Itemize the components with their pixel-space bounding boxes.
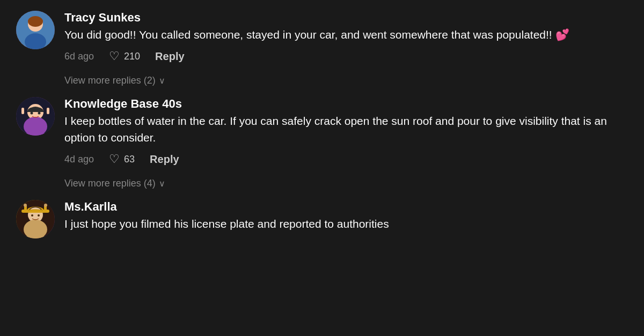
like-count-tracy: 210 [124, 51, 140, 62]
comment-time-tracy: 6d ago [64, 51, 94, 62]
svg-point-9 [31, 112, 33, 115]
svg-point-16 [31, 214, 33, 216]
heart-icon-tracy[interactable]: ♡ [109, 49, 120, 63]
heart-icon-kb40s[interactable]: ♡ [109, 152, 120, 166]
comment-text-karlla: I just hope you filmed his license plate… [64, 216, 628, 232]
heart-emoji: 💕 [555, 28, 569, 41]
svg-point-10 [38, 112, 41, 115]
svg-rect-11 [21, 108, 24, 114]
comment-karlla: Ms.Karlla I just hope you filmed his lic… [16, 200, 628, 238]
view-more-label-kb40s: View more replies (4) [64, 178, 156, 189]
comment-tracy: Tracy Sunkes You did good!! You called s… [16, 11, 628, 63]
chevron-down-icon-kb40s: ∨ [159, 178, 165, 189]
svg-point-17 [38, 214, 40, 216]
comment-time-kb40s: 4d ago [64, 154, 94, 165]
username-tracy: Tracy Sunkes [64, 11, 628, 25]
username-kb40s: Knowledge Base 40s [64, 97, 628, 111]
reply-button-tracy[interactable]: Reply [155, 50, 184, 63]
comment-text-tracy: You did good!! You called someone, staye… [64, 27, 628, 43]
comment-meta-kb40s: 4d ago ♡ 63 Reply [64, 152, 628, 166]
username-karlla: Ms.Karlla [64, 200, 628, 214]
avatar-tracy [16, 11, 55, 49]
comment-meta-tracy: 6d ago ♡ 210 Reply [64, 49, 628, 63]
svg-point-21 [24, 204, 27, 207]
comment-body-kb40s: Knowledge Base 40s I keep bottles of wat… [64, 97, 628, 166]
view-more-label-tracy: View more replies (2) [64, 75, 156, 86]
like-count-kb40s: 63 [124, 154, 135, 165]
view-more-tracy[interactable]: View more replies (2) ∨ [64, 75, 628, 86]
comment-body-karlla: Ms.Karlla I just hope you filmed his lic… [64, 200, 628, 238]
comment-text-kb40s: I keep bottles of water in the car. If y… [64, 113, 628, 146]
comment-kb40s: Knowledge Base 40s I keep bottles of wat… [16, 97, 628, 166]
svg-rect-12 [47, 108, 49, 114]
chevron-down-icon-tracy: ∨ [159, 76, 165, 86]
avatar-karlla [16, 200, 55, 238]
view-more-kb40s[interactable]: View more replies (4) ∨ [64, 178, 628, 189]
comment-body-tracy: Tracy Sunkes You did good!! You called s… [64, 11, 628, 63]
reply-button-kb40s[interactable]: Reply [150, 153, 179, 166]
svg-point-22 [44, 204, 47, 207]
like-section-kb40s: ♡ 63 [109, 152, 135, 166]
avatar-kb40s [16, 97, 55, 136]
comments-container: Tracy Sunkes You did good!! You called s… [0, 0, 644, 254]
like-section-tracy: ♡ 210 [109, 49, 140, 63]
